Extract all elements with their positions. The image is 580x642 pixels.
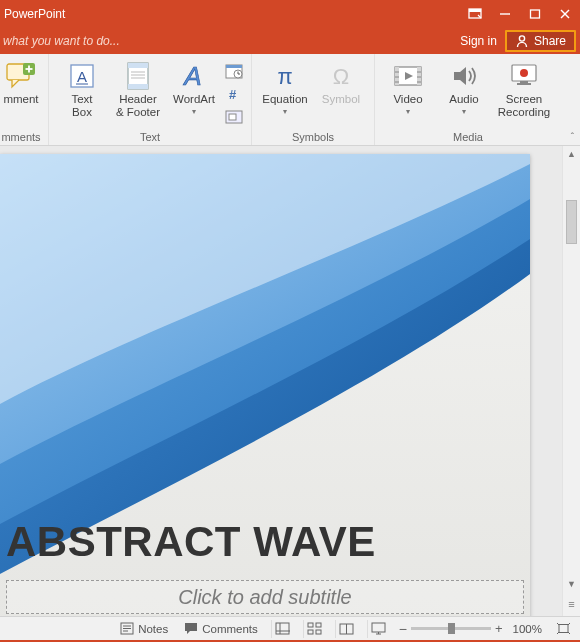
svg-text:π: π bbox=[277, 64, 292, 89]
svg-text:#: # bbox=[229, 87, 237, 102]
slideshow-view-button[interactable] bbox=[367, 620, 389, 638]
next-slide-button[interactable]: ≡ bbox=[563, 596, 580, 612]
symbol-icon: Ω bbox=[321, 59, 361, 93]
minimize-button[interactable] bbox=[490, 0, 520, 28]
svg-rect-16 bbox=[128, 84, 148, 89]
svg-rect-3 bbox=[531, 10, 540, 18]
video-icon bbox=[388, 59, 428, 93]
svg-rect-43 bbox=[520, 81, 528, 83]
zoom-percent[interactable]: 100% bbox=[513, 623, 542, 635]
slide-title[interactable]: ABSTRACT WAVE bbox=[6, 518, 524, 566]
group-label-media: Media bbox=[381, 131, 555, 145]
date-time-button[interactable] bbox=[223, 61, 245, 81]
group-label-symbols: Symbols bbox=[258, 131, 368, 145]
collapse-ribbon-button[interactable]: ˆ bbox=[571, 132, 574, 143]
svg-rect-1 bbox=[469, 9, 481, 12]
svg-rect-54 bbox=[308, 623, 313, 627]
new-comment-button[interactable]: mment bbox=[0, 57, 42, 106]
svg-rect-55 bbox=[316, 623, 321, 627]
header-footer-button[interactable]: Header & Footer bbox=[111, 57, 165, 119]
header-footer-icon bbox=[118, 59, 158, 93]
title-bar: PowerPoint bbox=[0, 0, 580, 28]
symbol-button[interactable]: Ω Symbol bbox=[314, 57, 368, 106]
svg-rect-44 bbox=[517, 83, 531, 85]
svg-rect-15 bbox=[128, 63, 148, 68]
audio-button[interactable]: Audio ▾ bbox=[437, 57, 491, 116]
zoom-out-button[interactable]: − bbox=[399, 621, 407, 637]
sign-in-link[interactable]: Sign in bbox=[460, 34, 497, 48]
ribbon: mment mments A Text Box Header & Footer … bbox=[0, 54, 580, 146]
equation-icon: π bbox=[265, 59, 305, 93]
svg-text:Ω: Ω bbox=[333, 64, 349, 89]
app-title: PowerPoint bbox=[4, 7, 65, 21]
svg-rect-63 bbox=[559, 625, 568, 633]
object-button[interactable] bbox=[223, 107, 245, 127]
wordart-icon: A bbox=[174, 59, 214, 93]
equation-button[interactable]: π Equation ▾ bbox=[258, 57, 312, 116]
group-label-text: Text bbox=[55, 131, 245, 145]
zoom-slider-thumb[interactable] bbox=[448, 623, 455, 634]
zoom-slider-track[interactable] bbox=[411, 627, 491, 630]
comments-icon bbox=[184, 622, 198, 635]
slide-canvas-area[interactable]: ABSTRACT WAVE Click to add subtitle bbox=[0, 146, 562, 616]
maximize-button[interactable] bbox=[520, 0, 550, 28]
chevron-down-icon: ▾ bbox=[192, 107, 196, 116]
audio-icon bbox=[444, 59, 484, 93]
comment-icon bbox=[1, 59, 41, 93]
slide[interactable]: ABSTRACT WAVE Click to add subtitle bbox=[0, 154, 530, 616]
scroll-up-button[interactable]: ▲ bbox=[563, 146, 580, 162]
notes-icon bbox=[120, 622, 134, 635]
slide-sorter-view-button[interactable] bbox=[303, 620, 325, 638]
normal-view-button[interactable] bbox=[271, 620, 293, 638]
slide-subtitle-placeholder[interactable]: Click to add subtitle bbox=[6, 580, 524, 614]
svg-rect-56 bbox=[308, 630, 313, 634]
group-label-comments: mments bbox=[0, 131, 42, 145]
account-bar: what you want to do... Sign in Share bbox=[0, 28, 580, 54]
notes-button[interactable]: Notes bbox=[117, 620, 171, 637]
svg-rect-57 bbox=[316, 630, 321, 634]
svg-rect-28 bbox=[229, 114, 236, 120]
text-box-button[interactable]: A Text Box bbox=[55, 57, 109, 119]
chevron-down-icon: ▾ bbox=[406, 107, 410, 116]
slide-number-button[interactable]: # bbox=[223, 84, 245, 104]
svg-text:A: A bbox=[182, 62, 201, 90]
svg-marker-41 bbox=[454, 67, 466, 85]
svg-point-45 bbox=[520, 69, 528, 77]
ribbon-display-options-button[interactable] bbox=[460, 0, 490, 28]
svg-text:A: A bbox=[77, 68, 87, 85]
share-person-icon bbox=[515, 34, 529, 48]
scroll-thumb[interactable] bbox=[566, 200, 577, 244]
status-bar: Notes Comments − + 100% bbox=[0, 616, 580, 640]
svg-rect-22 bbox=[226, 65, 242, 68]
video-button[interactable]: Video ▾ bbox=[381, 57, 435, 116]
share-label: Share bbox=[534, 34, 566, 48]
svg-rect-51 bbox=[276, 623, 289, 634]
zoom-in-button[interactable]: + bbox=[495, 621, 503, 636]
scroll-down-button[interactable]: ▼ bbox=[563, 576, 580, 592]
wordart-button[interactable]: A WordArt ▾ bbox=[167, 57, 221, 116]
screen-recording-icon bbox=[504, 59, 544, 93]
share-button[interactable]: Share bbox=[505, 30, 576, 52]
svg-point-6 bbox=[519, 36, 524, 41]
chevron-down-icon: ▾ bbox=[462, 107, 466, 116]
comments-button[interactable]: Comments bbox=[181, 620, 261, 637]
screen-recording-button[interactable]: Screen Recording bbox=[493, 57, 555, 119]
reading-view-button[interactable] bbox=[335, 620, 357, 638]
edit-area: ABSTRACT WAVE Click to add subtitle ▲ ▼ … bbox=[0, 146, 580, 616]
tell-me-search[interactable]: what you want to do... bbox=[3, 34, 120, 48]
text-box-icon: A bbox=[62, 59, 102, 93]
close-button[interactable] bbox=[550, 0, 580, 28]
svg-rect-60 bbox=[372, 623, 385, 632]
vertical-scrollbar[interactable]: ▲ ▼ ≡ bbox=[562, 146, 580, 616]
chevron-down-icon: ▾ bbox=[283, 107, 287, 116]
fit-to-window-button[interactable] bbox=[552, 620, 574, 638]
